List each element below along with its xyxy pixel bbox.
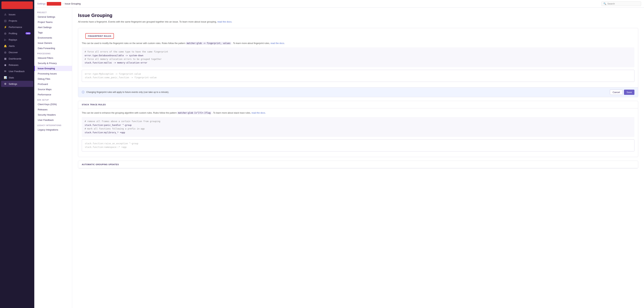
- sidebar-navigation: ⚠ Issues ◫ Projects ⚡ Performance ◎ Prof…: [0, 10, 34, 308]
- settings-nav-environments[interactable]: Environments: [34, 35, 72, 40]
- search-placeholder: Search: [607, 2, 615, 5]
- stack-trace-desc-text: This can be used to enhance the grouping…: [82, 112, 177, 114]
- releases-icon: ◉: [4, 63, 7, 66]
- fingerprint-desc-suffix: . To learn more about fingerprint rules,: [232, 42, 270, 44]
- fingerprint-notice-text: Changing fingerprint rules will apply to…: [86, 91, 169, 93]
- settings-icon: ⚙: [4, 82, 7, 85]
- sidebar-label-profiling: Profiling: [9, 32, 24, 35]
- profiling-icon: ◎: [4, 32, 7, 35]
- fingerprint-desc-text: This can be used to modify the fingerpri…: [82, 42, 185, 44]
- processing-section-label: PROCESSING: [34, 51, 72, 55]
- stack-trace-rules-desc: This can be used to enhance the grouping…: [82, 111, 634, 115]
- settings-nav-releases[interactable]: Releases: [34, 107, 72, 112]
- discover-icon: ◎: [4, 51, 7, 54]
- sidebar-item-alerts[interactable]: 🔔 Alerts: [1, 43, 33, 49]
- fingerprint-example-code: # force all errors of the same type to h…: [82, 47, 634, 67]
- sidebar-item-issues[interactable]: ⚠ Issues: [1, 11, 33, 17]
- page-desc-text: All events have a fingerprint. Events wi…: [78, 20, 217, 23]
- sidebar-label-settings: Settings: [9, 83, 31, 85]
- settings-nav-tags[interactable]: Tags: [34, 30, 72, 35]
- content-area: PROJECT General SettingsProject TeamsAle…: [34, 7, 644, 308]
- stack-trace-desc-link[interactable]: read the docs.: [252, 112, 266, 114]
- settings-nav-performance[interactable]: Performance: [34, 92, 72, 97]
- settings-nav-processing-issues[interactable]: Processing Issues: [34, 71, 72, 76]
- sidebar-label-replays: Replays: [9, 38, 31, 41]
- sidebar-item-dashboards[interactable]: ▦ Dashboards: [1, 55, 33, 62]
- stats-icon: 📊: [4, 76, 7, 79]
- cancel-button[interactable]: Cancel: [610, 90, 622, 95]
- sdk-nav: Client Keys (DSN)ReleasesSecurity Header…: [34, 102, 72, 123]
- sdk-section-label: SDK SETUP: [34, 97, 72, 102]
- settings-nav-proguard[interactable]: ProGuard: [34, 81, 72, 87]
- stack-trace-desc-code: matcher:glob [v^]?[+-]flag: [177, 111, 211, 114]
- breadcrumb-current: Issue Grouping: [65, 2, 81, 5]
- fingerprint-rules-header-wrapper: FINGERPRINT RULES: [78, 28, 638, 39]
- sidebar-label-stats: Stats: [9, 76, 31, 79]
- fingerprint-input[interactable]: error.type:MyException -> fingerprint-va…: [82, 70, 634, 82]
- breadcrumb-settings[interactable]: Settings: [37, 2, 46, 5]
- sidebar-label-alerts: Alerts: [9, 45, 31, 47]
- user-feedback-icon: ✉: [4, 70, 7, 73]
- legacy-section-label: LEGACY INTEGRATIONS: [34, 123, 72, 127]
- sidebar-item-profiling[interactable]: ◎ Profiling beta: [1, 30, 33, 36]
- fingerprint-desc-link[interactable]: read the docs.: [270, 42, 285, 44]
- profiling-badge: beta: [26, 32, 31, 34]
- fingerprint-desc-code: matcher:glob -> fingerprint, values: [186, 42, 231, 45]
- fingerprint-rules-body: This can be used to modify the fingerpri…: [78, 39, 638, 87]
- save-button[interactable]: Save: [624, 90, 634, 95]
- settings-nav-project-teams[interactable]: Project Teams: [34, 19, 72, 25]
- settings-nav-general-settings[interactable]: General Settings: [34, 14, 72, 19]
- alerts-icon: 🔔: [4, 44, 7, 48]
- search-icon: 🔍: [604, 2, 606, 5]
- fingerprint-rules-title: FINGERPRINT RULES: [88, 35, 111, 37]
- stack-trace-rules-body: This can be used to enhance the grouping…: [78, 108, 638, 157]
- page-title: Issue Grouping: [78, 13, 638, 18]
- settings-nav-inbound-filters[interactable]: Inbound Filters: [34, 55, 72, 61]
- settings-nav-data-forwarding[interactable]: Data Forwarding: [34, 46, 72, 51]
- sidebar-item-projects[interactable]: ◫ Projects: [1, 18, 33, 24]
- settings-nav-source-maps[interactable]: Source Maps: [34, 87, 72, 92]
- fingerprint-rules-header: FINGERPRINT RULES: [85, 33, 114, 39]
- stack-trace-rules-header: STACK TRACE RULES: [78, 101, 638, 108]
- fingerprint-rules-card: FINGERPRINT RULES This can be used to mo…: [78, 28, 638, 97]
- dashboards-icon: ▦: [4, 57, 7, 60]
- stack-trace-desc-suffix: . To learn more about stack trace rules,: [212, 112, 251, 114]
- search-bar[interactable]: 🔍 Search: [602, 1, 641, 6]
- sidebar-item-user-feedback[interactable]: ✉ User Feedback: [1, 68, 33, 74]
- main-content: Issue Grouping All events have a fingerp…: [72, 7, 644, 308]
- settings-nav-security-privacy[interactable]: Security & Privacy: [34, 61, 72, 66]
- sidebar-label-releases: Releases: [9, 64, 31, 66]
- processing-nav: Inbound FiltersSecurity & PrivacyIssue G…: [34, 55, 72, 97]
- sidebar-item-stats[interactable]: 📊 Stats: [1, 74, 33, 81]
- sidebar-label-projects: Projects: [9, 19, 31, 22]
- settings-nav-debug-files[interactable]: Debug Files: [34, 76, 72, 81]
- settings-nav-security-headers[interactable]: Security Headers: [34, 112, 72, 117]
- fingerprint-notice-bar: ⓘ Changing fingerprint rules will apply …: [78, 87, 638, 97]
- settings-nav-client-keys[interactable]: Client Keys (DSN): [34, 102, 72, 107]
- settings-nav-issue-owners[interactable]: Issue Owners: [34, 40, 72, 46]
- breadcrumb: Settings > Issue Grouping: [37, 2, 81, 5]
- info-icon: ⓘ: [82, 90, 84, 94]
- settings-nav-alert-settings[interactable]: Alert Settings: [34, 25, 72, 30]
- sidebar-logo: [2, 1, 33, 9]
- page-description: All events have a fingerprint. Events wi…: [78, 20, 638, 24]
- sidebar-item-performance[interactable]: ⚡ Performance: [1, 24, 33, 30]
- stack-trace-rules-card: STACK TRACE RULES This can be used to en…: [78, 101, 638, 157]
- breadcrumb-project-badge[interactable]: [47, 2, 61, 5]
- stack-trace-input[interactable]: stack.function:raise_an_exception ^-grou…: [82, 139, 634, 151]
- sidebar-item-replays[interactable]: ▷ Replays: [1, 37, 33, 43]
- settings-nav-user-feedback[interactable]: User Feedback: [34, 117, 72, 123]
- legacy-nav: Legacy Integrations: [34, 127, 72, 132]
- sidebar-item-settings[interactable]: ⚙ Settings: [1, 81, 33, 87]
- settings-nav-issue-grouping[interactable]: Issue Grouping: [34, 66, 72, 71]
- sidebar-item-releases[interactable]: ◉ Releases: [1, 62, 33, 68]
- page-desc-link[interactable]: read the docs.: [217, 20, 232, 23]
- sidebar-item-discover[interactable]: ◎ Discover: [1, 49, 33, 55]
- replays-icon: ▷: [4, 38, 7, 41]
- automatic-grouping-title: AUTOMATIC GROUPING UPDATES: [82, 163, 119, 166]
- projects-icon: ◫: [4, 19, 7, 22]
- sidebar: ⚠ Issues ◫ Projects ⚡ Performance ◎ Prof…: [0, 0, 34, 308]
- fingerprint-rules-desc: This can be used to modify the fingerpri…: [82, 42, 634, 45]
- settings-nav-legacy-integrations[interactable]: Legacy Integrations: [34, 127, 72, 132]
- sidebar-label-dashboards: Dashboards: [9, 57, 31, 60]
